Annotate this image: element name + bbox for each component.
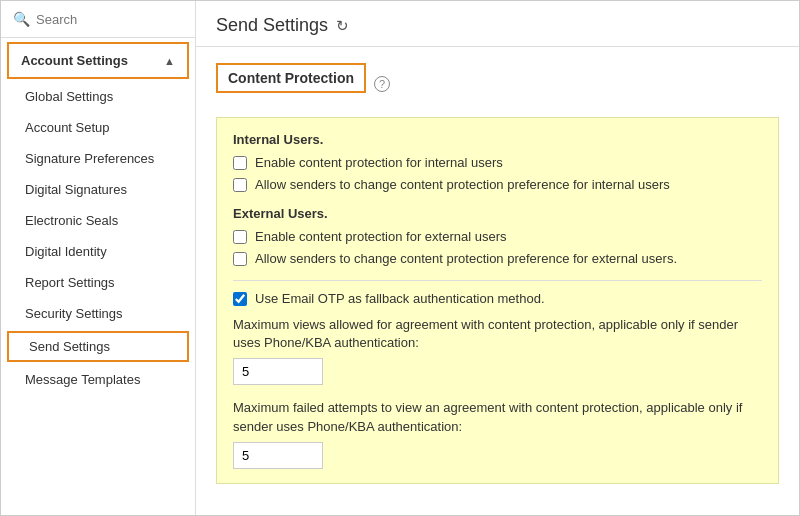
section-header-row: Content Protection ? [216, 63, 779, 105]
field-max-views: Maximum views allowed for agreement with… [233, 316, 762, 385]
sidebar-item-account-setup[interactable]: Account Setup [1, 112, 195, 143]
checkbox-internal-allow[interactable] [233, 178, 247, 192]
checkbox-row-5: Use Email OTP as fallback authentication… [233, 291, 762, 306]
search-icon: 🔍 [13, 11, 30, 27]
checkbox-otp[interactable] [233, 292, 247, 306]
layout: 🔍 Account Settings ▲ Global Settings Acc… [1, 1, 799, 515]
checkbox-external-enable[interactable] [233, 230, 247, 244]
sidebar-item-digital-identity[interactable]: Digital Identity [1, 236, 195, 267]
checkbox-row-4: Allow senders to change content protecti… [233, 251, 762, 266]
sidebar-section-account: Account Settings ▲ Global Settings Accou… [1, 38, 195, 395]
checkbox-row-2: Allow senders to change content protecti… [233, 177, 762, 192]
internal-users-section: Internal Users. Enable content protectio… [233, 132, 762, 192]
checkbox-label-4[interactable]: Allow senders to change content protecti… [255, 251, 677, 266]
refresh-icon[interactable]: ↻ [336, 17, 349, 35]
content-protection-header: Content Protection [216, 63, 366, 93]
checkbox-row-3: Enable content protection for external u… [233, 229, 762, 244]
sidebar-item-message-templates[interactable]: Message Templates [1, 364, 195, 395]
checkbox-label-3[interactable]: Enable content protection for external u… [255, 229, 506, 244]
sidebar-item-digital-signatures[interactable]: Digital Signatures [1, 174, 195, 205]
page-title: Send Settings [216, 15, 328, 36]
checkbox-external-allow[interactable] [233, 252, 247, 266]
main-header: Send Settings ↻ [196, 1, 799, 47]
checkbox-row-1: Enable content protection for internal u… [233, 155, 762, 170]
field1-input[interactable] [233, 358, 323, 385]
internal-users-title: Internal Users. [233, 132, 762, 147]
field2-desc: Maximum failed attempts to view an agree… [233, 399, 762, 435]
search-input[interactable] [36, 12, 183, 27]
sidebar-item-send-settings[interactable]: Send Settings [7, 331, 189, 362]
content-protection-box: Internal Users. Enable content protectio… [216, 117, 779, 484]
sidebar-item-signature-preferences[interactable]: Signature Preferences [1, 143, 195, 174]
field1-desc: Maximum views allowed for agreement with… [233, 316, 762, 352]
chevron-up-icon: ▲ [164, 55, 175, 67]
sidebar-group-account-settings[interactable]: Account Settings ▲ [7, 42, 189, 79]
otp-section: Use Email OTP as fallback authentication… [233, 280, 762, 306]
main-content: Send Settings ↻ Content Protection ? Int… [196, 1, 799, 515]
checkbox-internal-enable[interactable] [233, 156, 247, 170]
sidebar-item-electronic-seals[interactable]: Electronic Seals [1, 205, 195, 236]
sidebar: 🔍 Account Settings ▲ Global Settings Acc… [1, 1, 196, 515]
field-max-failed: Maximum failed attempts to view an agree… [233, 399, 762, 468]
sidebar-item-report-settings[interactable]: Report Settings [1, 267, 195, 298]
app-container: 🔍 Account Settings ▲ Global Settings Acc… [0, 0, 800, 516]
external-users-title: External Users. [233, 206, 762, 221]
help-icon[interactable]: ? [374, 76, 390, 92]
sidebar-item-global-settings[interactable]: Global Settings [1, 81, 195, 112]
sidebar-group-label: Account Settings [21, 53, 128, 68]
main-body: Content Protection ? Internal Users. Ena… [196, 47, 799, 500]
checkbox-label-5[interactable]: Use Email OTP as fallback authentication… [255, 291, 545, 306]
section-label: Content Protection [228, 70, 354, 86]
search-bar: 🔍 [1, 1, 195, 38]
sidebar-item-security-settings[interactable]: Security Settings [1, 298, 195, 329]
checkbox-label-2[interactable]: Allow senders to change content protecti… [255, 177, 670, 192]
field2-input[interactable] [233, 442, 323, 469]
external-users-section: External Users. Enable content protectio… [233, 206, 762, 266]
checkbox-label-1[interactable]: Enable content protection for internal u… [255, 155, 503, 170]
